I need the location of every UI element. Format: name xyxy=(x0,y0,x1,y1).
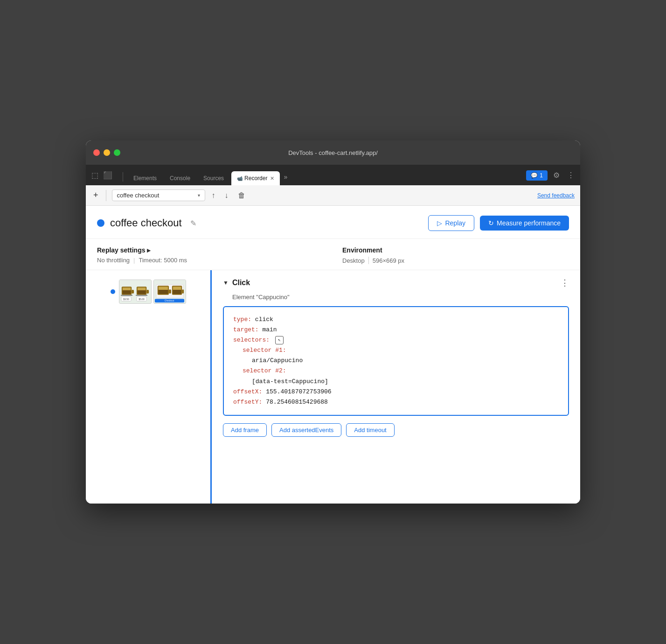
step-element-label: Element "Cappucino" xyxy=(223,294,569,301)
tab-close-icon[interactable]: ✕ xyxy=(270,175,274,182)
tab-recorder[interactable]: 📹 Recorder ✕ xyxy=(231,171,280,185)
code-offsetx-key: offsetX: xyxy=(233,388,262,395)
chevron-down-icon: ▾ xyxy=(198,193,200,198)
code-type-line: type: click xyxy=(233,315,559,325)
svg-rect-5 xyxy=(120,295,132,296)
thumbnail-before-image: $5.00 $3.50 xyxy=(119,280,151,303)
edit-title-icon[interactable]: ✎ xyxy=(187,218,199,229)
svg-rect-9 xyxy=(146,290,149,294)
add-timeout-button[interactable]: Add timeout xyxy=(346,423,394,437)
cursor-icon[interactable]: ⬚ xyxy=(90,169,100,182)
svg-text:$5.00: $5.00 xyxy=(139,298,144,301)
replay-play-icon: ▷ xyxy=(437,219,442,227)
code-type-key: type: xyxy=(233,316,251,323)
close-button[interactable] xyxy=(93,149,100,156)
tab-elements[interactable]: Elements xyxy=(128,171,162,185)
traffic-lights xyxy=(93,149,120,156)
svg-rect-10 xyxy=(135,295,147,296)
collapse-step-icon[interactable]: ▼ xyxy=(223,280,229,286)
code-selector2-val: [data-test=Cappucino] xyxy=(252,378,328,385)
inspect-icon[interactable]: ⬛ xyxy=(101,169,114,182)
code-selectors-line: selectors: ↖ xyxy=(233,335,559,345)
more-options-icon[interactable]: ⋮ xyxy=(565,169,576,182)
tab-bar: ⬚ ⬛ Elements Console Sources 📹 Recorder … xyxy=(86,165,580,185)
svg-rect-7 xyxy=(137,287,145,290)
svg-rect-22 xyxy=(173,287,180,290)
delete-icon: 🗑 xyxy=(238,191,245,199)
toolbar-divider xyxy=(106,190,106,201)
replay-button[interactable]: ▷ Replay xyxy=(428,215,474,231)
svg-rect-18 xyxy=(158,287,167,290)
steps-right-panel: ▼ Click ⋮ Element "Cappucino" type: clic… xyxy=(212,270,580,504)
code-selector2-key: selector #2: xyxy=(243,367,286,374)
feedback-count-button[interactable]: 💬 1 xyxy=(526,170,548,181)
expand-settings-icon: ▶ xyxy=(147,248,151,253)
code-offsetx-line: offsetX: 155.40187072753906 xyxy=(233,387,559,397)
environment-details: Desktop 596×669 px xyxy=(342,257,569,264)
thumbnail-before[interactable]: $5.00 $3.50 xyxy=(119,280,152,304)
svg-rect-23 xyxy=(173,290,180,294)
code-selector2-line: selector #2: xyxy=(233,366,559,376)
title-bar: DevTools - coffee-cart.netlify.app/ xyxy=(86,140,580,165)
environment-title: Environment xyxy=(342,246,569,254)
step-type-label: Click xyxy=(232,279,250,287)
code-selector1-key: selector #1: xyxy=(243,347,286,354)
step-context-menu-icon[interactable]: ⋮ xyxy=(561,278,569,288)
thumbnail-after[interactable]: Checkout xyxy=(153,280,186,304)
speech-bubble-icon: 💬 xyxy=(531,172,538,179)
measure-perf-icon: ↻ xyxy=(488,219,494,227)
add-frame-button[interactable]: Add frame xyxy=(223,423,267,437)
upload-icon: ↑ xyxy=(212,191,215,199)
main-content: coffee checkout ✎ ▷ Replay ↻ Measure per… xyxy=(86,206,580,504)
recording-title: coffee checkout xyxy=(110,217,182,229)
tab-console[interactable]: Console xyxy=(164,171,196,185)
replay-settings-title[interactable]: Replay settings ▶ xyxy=(97,246,324,254)
code-selector1-val-line: aria/Cappucino xyxy=(233,356,559,366)
recording-selector[interactable]: coffee checkout ▾ xyxy=(112,189,205,201)
svg-text:Checkout: Checkout xyxy=(164,300,174,302)
code-offsetx-val: 155.40187072753906 xyxy=(266,388,331,395)
replay-settings-group: Replay settings ▶ No throttling | Timeou… xyxy=(97,246,324,264)
recording-header: coffee checkout ✎ ▷ Replay ↻ Measure per… xyxy=(86,206,580,239)
thumbnail-after-image: Checkout xyxy=(154,280,186,303)
code-selectors-key: selectors: xyxy=(233,336,270,343)
action-buttons: Add frame Add assertedEvents Add timeout xyxy=(223,423,569,437)
tab-sources[interactable]: Sources xyxy=(198,171,229,185)
recording-status-dot xyxy=(97,219,104,227)
svg-text:$3.50: $3.50 xyxy=(123,298,129,301)
tab-more-button[interactable]: » xyxy=(282,169,289,185)
step-dot xyxy=(111,289,115,294)
window-title: DevTools - coffee-cart.netlify.app/ xyxy=(288,149,378,156)
thumbnail-group: $5.00 $3.50 xyxy=(119,280,186,304)
selector-tool-icon[interactable]: ↖ xyxy=(275,336,284,344)
add-asserted-events-button[interactable]: Add assertedEvents xyxy=(271,423,341,437)
download-icon: ↓ xyxy=(225,191,229,199)
send-feedback-link[interactable]: Send feedback xyxy=(537,192,575,199)
export-button[interactable]: ↑ xyxy=(209,189,218,202)
step-code-block: type: click target: main selectors: ↖ se… xyxy=(223,306,569,416)
add-recording-button[interactable]: + xyxy=(91,189,100,202)
svg-rect-24 xyxy=(182,289,184,294)
tab-bar-divider xyxy=(123,172,123,182)
svg-rect-20 xyxy=(169,289,171,294)
svg-rect-4 xyxy=(132,290,134,294)
delete-recording-button[interactable]: 🗑 xyxy=(235,189,248,202)
steps-left-panel: $5.00 $3.50 xyxy=(86,270,212,504)
step-thumbnail-row: $5.00 $3.50 xyxy=(86,278,210,306)
minimize-button[interactable] xyxy=(104,149,110,156)
env-separator xyxy=(368,257,369,264)
settings-details: No throttling | Timeout: 5000 ms xyxy=(97,257,324,264)
measure-performance-button[interactable]: ↻ Measure performance xyxy=(480,216,569,231)
svg-rect-3 xyxy=(122,290,130,294)
code-target-key: target: xyxy=(233,326,259,333)
svg-rect-2 xyxy=(122,287,130,290)
toolbar: + coffee checkout ▾ ↑ ↓ 🗑 Send feedback xyxy=(86,185,580,206)
import-button[interactable]: ↓ xyxy=(222,189,231,202)
maximize-button[interactable] xyxy=(114,149,120,156)
recording-name-label: coffee checkout xyxy=(117,192,195,199)
settings-icon[interactable]: ⚙ xyxy=(551,169,562,182)
code-selector1-line: selector #1: xyxy=(233,345,559,356)
tab-bar-right: 💬 1 ⚙ ⋮ xyxy=(526,169,576,185)
code-selector1-val: aria/Cappucino xyxy=(252,357,303,364)
step-header: ▼ Click ⋮ xyxy=(223,278,569,288)
